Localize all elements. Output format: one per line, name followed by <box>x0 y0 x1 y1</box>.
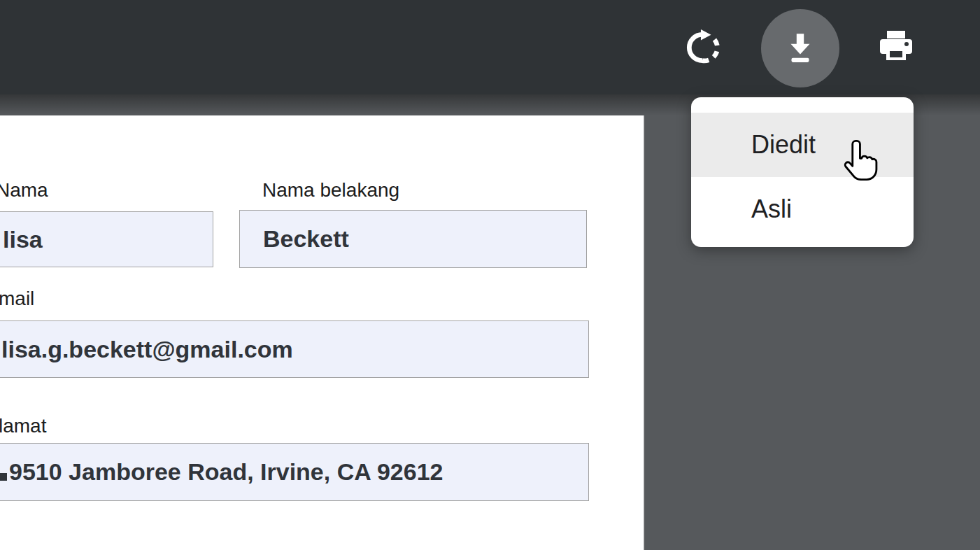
rotate-button[interactable] <box>681 28 723 70</box>
email-label: mail <box>0 288 34 310</box>
email-field[interactable]: lisa.g.beckett@gmail.com <box>0 320 589 378</box>
last-name-label: Nama belakang <box>262 179 399 202</box>
first-name-label: Nama <box>0 179 48 202</box>
last-name-value: Beckett <box>263 225 349 253</box>
menu-item-edited[interactable]: Diedit <box>691 113 914 177</box>
pdf-toolbar <box>0 0 980 94</box>
email-value: lisa.g.beckett@gmail.com <box>1 336 293 363</box>
download-version-menu: Diedit Asli <box>691 97 914 247</box>
print-icon <box>876 28 916 71</box>
last-name-field[interactable]: Beckett <box>239 210 587 268</box>
print-button[interactable] <box>873 27 919 73</box>
clipped-digit-fragment <box>0 473 7 481</box>
download-button[interactable] <box>761 9 839 87</box>
pdf-page: Nama lisa Nama belakang Beckett mail lis… <box>0 115 644 550</box>
first-name-field[interactable]: lisa <box>0 211 213 267</box>
address-value: 9510 Jamboree Road, Irvine, CA 92612 <box>9 458 443 486</box>
rotate-clockwise-icon <box>683 29 721 69</box>
address-label: lamat <box>0 415 46 437</box>
address-field[interactable]: 9510 Jamboree Road, Irvine, CA 92612 <box>0 443 589 501</box>
first-name-value: lisa <box>3 226 43 253</box>
menu-item-original[interactable]: Asli <box>691 177 914 241</box>
download-icon <box>784 29 816 67</box>
